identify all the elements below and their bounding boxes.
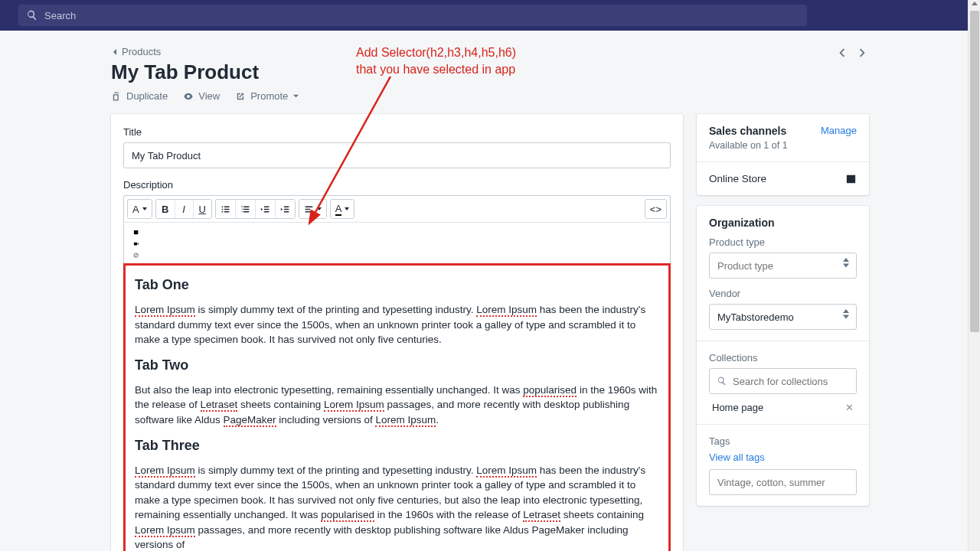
promote-label: Promote — [250, 90, 288, 102]
global-search[interactable]: Search — [18, 5, 807, 26]
available-text: Available on 1 of 1 — [709, 140, 857, 151]
view-action[interactable]: View — [183, 90, 220, 102]
description-label: Description — [123, 179, 671, 191]
number-list-button[interactable] — [235, 200, 255, 218]
text-color-dropdown[interactable]: A — [331, 200, 354, 218]
product-type-select[interactable] — [709, 253, 857, 279]
collection-tag: Home page — [712, 402, 763, 413]
tags-input[interactable] — [709, 469, 857, 495]
description-editor[interactable]: Tab One Lorem Ipsum is simply dummy text… — [123, 263, 671, 551]
title-input[interactable] — [123, 142, 671, 168]
external-link-icon — [235, 91, 246, 102]
italic-button[interactable]: I — [175, 200, 193, 218]
indent-button[interactable] — [275, 200, 295, 218]
editor-heading: Tab Two — [135, 355, 659, 375]
outdent-button[interactable] — [255, 200, 275, 218]
collections-search-input[interactable] — [709, 368, 857, 394]
promote-action[interactable]: Promote — [235, 90, 299, 102]
scrollbar-thumb[interactable] — [970, 11, 979, 332]
remove-collection-button[interactable]: ✕ — [845, 402, 854, 413]
sales-channels-title: Sales channels — [709, 125, 786, 137]
calendar-icon[interactable] — [845, 173, 857, 184]
search-icon — [26, 9, 38, 21]
underline-button[interactable]: U — [193, 200, 211, 218]
clear-format-button[interactable] — [133, 249, 139, 260]
sales-channels-card: Sales channels Manage Available on 1 of … — [697, 114, 869, 195]
editor-paragraph: Lorem Ipsum is simply dummy text of the … — [135, 463, 659, 551]
bold-button[interactable]: B — [156, 200, 175, 218]
duplicate-label: Duplicate — [126, 90, 168, 102]
editor-heading: Tab One — [135, 275, 659, 295]
page-header: Products My Tab Product Duplicate View P… — [111, 46, 869, 102]
align-dropdown[interactable] — [299, 200, 326, 218]
organization-title: Organization — [709, 217, 857, 229]
top-bar: Search — [0, 0, 980, 31]
back-label: Products — [122, 46, 161, 57]
editor-heading: Tab Three — [135, 435, 659, 455]
prev-arrow-icon[interactable] — [835, 46, 849, 60]
html-view-button[interactable]: <> — [645, 200, 666, 218]
duplicate-icon — [111, 91, 122, 102]
rte-toolbar-row2 — [123, 222, 671, 263]
eye-icon — [183, 91, 194, 102]
chevron-left-icon — [111, 48, 119, 56]
page-title: My Tab Product — [111, 60, 869, 84]
tags-label: Tags — [709, 435, 857, 447]
image-button[interactable] — [133, 226, 139, 237]
title-description-card: Title Description A B I U — [111, 114, 683, 551]
page: Products My Tab Product Duplicate View P… — [111, 31, 869, 551]
vendor-label: Vendor — [709, 288, 857, 299]
duplicate-action[interactable]: Duplicate — [111, 90, 168, 102]
manage-link[interactable]: Manage — [821, 125, 857, 136]
view-label: View — [198, 90, 220, 102]
vendor-select[interactable] — [709, 304, 857, 330]
video-button[interactable] — [133, 237, 139, 249]
svg-line-2 — [135, 254, 138, 257]
title-label: Title — [123, 126, 671, 138]
chevron-down-icon — [292, 93, 299, 99]
online-store-label: Online Store — [709, 173, 766, 184]
search-placeholder: Search — [44, 10, 76, 21]
product-type-label: Product type — [709, 236, 857, 248]
editor-paragraph: But also the leap into electronic typese… — [135, 383, 659, 428]
rte-toolbar: A B I U — [123, 195, 671, 222]
scrollbar[interactable] — [968, 0, 980, 551]
page-actions: Duplicate View Promote — [111, 90, 869, 102]
editor-paragraph: Lorem Ipsum is simply dummy text of the … — [135, 302, 659, 347]
collections-label: Collections — [709, 352, 857, 364]
organization-card: Organization Product type Vendor Collect… — [697, 206, 869, 506]
search-icon — [717, 376, 727, 386]
pager — [835, 46, 869, 60]
view-all-tags-link[interactable]: View all tags — [709, 452, 857, 463]
bullet-list-button[interactable] — [216, 200, 235, 218]
format-dropdown[interactable]: A — [128, 200, 152, 218]
back-to-products[interactable]: Products — [111, 46, 161, 57]
next-arrow-icon[interactable] — [855, 46, 869, 60]
scroll-up-icon[interactable] — [972, 2, 978, 5]
